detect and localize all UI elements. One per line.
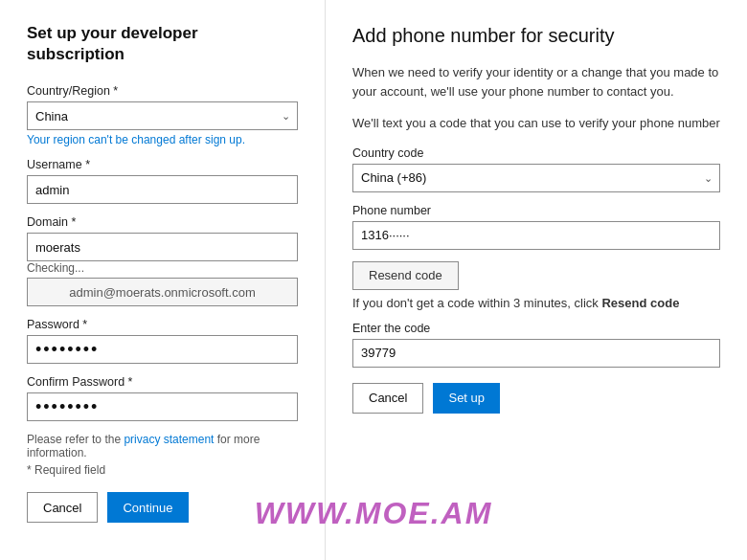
right-cancel-button[interactable]: Cancel	[352, 383, 423, 414]
confirm-password-field-group: Confirm Password *	[27, 375, 298, 421]
right-panel: Add phone number for security When we ne…	[326, 0, 747, 560]
watermark: WWW.MOE.AM	[255, 496, 493, 531]
phone-input[interactable]	[352, 221, 720, 250]
country-code-field-group: Country code China (+86) ⌄	[352, 146, 720, 192]
resend-group: Resend code If you don't get a code with…	[352, 261, 720, 310]
resend-code-button[interactable]: Resend code	[352, 261, 459, 290]
resend-code-link: Resend code	[601, 296, 679, 310]
country-hint: Your region can't be changed after sign …	[27, 133, 298, 146]
country-code-select[interactable]: China (+86)	[352, 164, 720, 192]
domain-label: Domain *	[27, 215, 298, 229]
email-display: admin@moerats.onmicrosoft.com	[27, 278, 298, 306]
domain-input[interactable]	[27, 233, 298, 261]
password-input[interactable]	[27, 335, 298, 364]
setup-button[interactable]: Set up	[433, 383, 500, 414]
code-field-group: Enter the code	[352, 322, 720, 368]
confirm-password-input[interactable]	[27, 392, 298, 421]
domain-field-group: Domain * Checking... admin@moerats.onmic…	[27, 215, 298, 306]
password-label: Password *	[27, 318, 298, 331]
country-code-select-wrapper: China (+86) ⌄	[352, 164, 720, 192]
description1: When we need to verify your identity or …	[352, 63, 720, 101]
country-code-label: Country code	[352, 146, 720, 160]
right-title: Add phone number for security	[352, 23, 720, 48]
country-select-wrapper: China ⌄	[27, 101, 298, 130]
country-field-group: Country/Region * China ⌄ Your region can…	[27, 84, 298, 146]
username-label: Username *	[27, 158, 298, 171]
phone-field-group: Phone number	[352, 204, 720, 250]
resend-info: If you don't get a code within 3 minutes…	[352, 296, 720, 310]
password-field-group: Password *	[27, 318, 298, 364]
left-panel: Set up your developer subscription Count…	[0, 0, 326, 560]
right-bottom-actions: Cancel Set up	[352, 383, 720, 414]
checking-status: Checking...	[27, 261, 298, 275]
username-field-group: Username *	[27, 158, 298, 204]
country-select[interactable]: China	[27, 101, 298, 130]
privacy-text: Please refer to the privacy statement fo…	[27, 433, 298, 459]
username-input[interactable]	[27, 175, 298, 204]
privacy-link[interactable]: privacy statement	[124, 433, 214, 446]
required-note: * Required field	[27, 463, 298, 477]
confirm-password-label: Confirm Password *	[27, 375, 298, 389]
left-title: Set up your developer subscription	[27, 23, 298, 65]
country-label: Country/Region *	[27, 84, 298, 98]
left-cancel-button[interactable]: Cancel	[27, 492, 98, 523]
code-input[interactable]	[352, 339, 720, 368]
description2: We'll text you a code that you can use t…	[352, 114, 720, 133]
phone-label: Phone number	[352, 204, 720, 217]
left-continue-button[interactable]: Continue	[107, 492, 188, 523]
enter-code-label: Enter the code	[352, 322, 720, 335]
